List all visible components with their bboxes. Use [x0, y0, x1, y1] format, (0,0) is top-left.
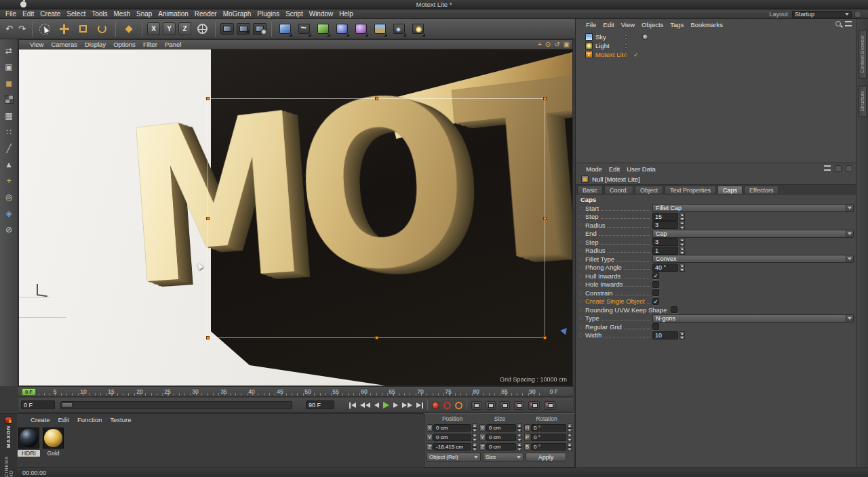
- record-position-toggle[interactable]: [471, 401, 481, 410]
- add-spline-button[interactable]: [296, 21, 312, 37]
- record-scale-toggle[interactable]: [486, 401, 496, 410]
- vp-menu-options[interactable]: Options: [113, 41, 136, 48]
- timeline-range-slider[interactable]: [60, 401, 292, 409]
- om-menu-file[interactable]: File: [586, 21, 596, 28]
- snap-icon[interactable]: ◈: [3, 207, 15, 219]
- points-mode-icon[interactable]: ∷: [3, 126, 15, 138]
- previous-key-button[interactable]: [360, 400, 370, 410]
- coordinate-mode-dropdown[interactable]: Object (Rel): [427, 453, 481, 461]
- rotation-h-field[interactable]: 0 °: [531, 424, 566, 432]
- constrain-checkbox[interactable]: [652, 289, 659, 296]
- size-y-field[interactable]: 0 cm: [486, 434, 516, 441]
- am-menu-edit[interactable]: Edit: [609, 165, 620, 173]
- lock-y-axis-button[interactable]: Y: [163, 22, 176, 35]
- spinner[interactable]: [567, 423, 572, 432]
- anim-dot[interactable]: [579, 207, 583, 210]
- tab-object[interactable]: Object: [635, 186, 663, 194]
- end-dropdown[interactable]: Cap: [652, 230, 854, 238]
- interface-icon[interactable]: [854, 11, 861, 18]
- spinner[interactable]: [679, 331, 685, 339]
- record-parameter-toggle[interactable]: [514, 401, 524, 410]
- size-mode-dropdown[interactable]: Size: [483, 453, 524, 461]
- menu-snap[interactable]: Snap: [136, 10, 152, 18]
- convert-icon[interactable]: ⇄: [3, 45, 15, 56]
- anim-dot[interactable]: [579, 299, 583, 303]
- zoom-view-icon[interactable]: ⊙: [545, 41, 551, 48]
- object-row-light[interactable]: Light: [576, 41, 856, 50]
- vp-menu-view[interactable]: View: [30, 41, 43, 48]
- menu-tools[interactable]: Tools: [92, 10, 107, 18]
- am-menu-mode[interactable]: Mode: [586, 165, 602, 173]
- tab-structure[interactable]: Structure: [858, 85, 867, 117]
- menu-help[interactable]: Help: [339, 10, 353, 18]
- menu-render[interactable]: Render: [195, 10, 217, 18]
- hull-inwards-checkbox[interactable]: ✓: [652, 272, 659, 279]
- position-y-field[interactable]: 0 cm: [433, 434, 471, 441]
- menu-plugins[interactable]: Plugins: [257, 10, 279, 18]
- end-step-field[interactable]: 3: [652, 238, 678, 246]
- regular-grid-checkbox[interactable]: [652, 323, 659, 330]
- phong-angle-field[interactable]: 40 °: [652, 264, 678, 272]
- end-frame-field[interactable]: 90 F: [306, 400, 334, 409]
- history-icon[interactable]: [824, 165, 831, 171]
- width-field[interactable]: 10: [652, 331, 678, 339]
- next-frame-button[interactable]: [393, 400, 398, 410]
- anim-dot[interactable]: [579, 215, 583, 218]
- anim-dot[interactable]: [579, 308, 583, 312]
- selection-handle[interactable]: [375, 97, 378, 100]
- move-tool[interactable]: [56, 21, 73, 37]
- hole-inwards-checkbox[interactable]: [652, 281, 659, 288]
- rotation-b-field[interactable]: 0 °: [531, 443, 566, 451]
- menu-mograph[interactable]: MoGraph: [223, 10, 252, 18]
- anim-dot[interactable]: [579, 266, 583, 269]
- anim-dot[interactable]: [579, 249, 583, 252]
- lock-workplane-icon[interactable]: ⊘: [3, 224, 15, 235]
- selection-handle[interactable]: [543, 217, 547, 220]
- visibility-toggles[interactable]: [625, 51, 627, 58]
- anim-dot[interactable]: [579, 333, 583, 337]
- position-x-field[interactable]: 0 cm: [433, 424, 471, 432]
- selection-handle[interactable]: [206, 336, 210, 339]
- tab-coord[interactable]: Coord.: [604, 186, 633, 194]
- menu-animation[interactable]: Animation: [158, 10, 188, 18]
- add-deformer-button[interactable]: [353, 21, 369, 37]
- texture-tag-icon[interactable]: [642, 34, 648, 40]
- playhead-marker[interactable]: 0 F: [22, 388, 36, 396]
- selection-handle[interactable]: [375, 336, 378, 339]
- start-dropdown[interactable]: Fillet Cap: [652, 204, 854, 212]
- spinner[interactable]: [472, 433, 477, 441]
- rotation-p-field[interactable]: 0 °: [531, 434, 566, 441]
- lock-icon[interactable]: [846, 165, 852, 172]
- keyframe-mode-button[interactable]: [544, 401, 555, 410]
- record-rotation-toggle[interactable]: [500, 401, 510, 410]
- mat-menu-edit[interactable]: Edit: [58, 416, 69, 423]
- viewport-solo-icon[interactable]: ◎: [3, 191, 15, 203]
- polygons-mode-icon[interactable]: ▲: [3, 159, 15, 170]
- next-key-button[interactable]: [402, 400, 412, 410]
- spinner[interactable]: [679, 238, 685, 246]
- render-view-button[interactable]: [220, 23, 234, 35]
- lock-x-axis-button[interactable]: X: [147, 22, 160, 35]
- pan-view-icon[interactable]: +: [538, 41, 542, 48]
- add-environment-button[interactable]: [372, 21, 388, 37]
- fillet-radius-field[interactable]: 3: [652, 221, 678, 229]
- tab-content-browser[interactable]: Content Browser: [858, 30, 867, 79]
- menu-file[interactable]: File: [5, 10, 16, 18]
- om-menu-tags[interactable]: Tags: [670, 21, 684, 28]
- visibility-toggles[interactable]: [625, 34, 627, 40]
- point-level-animation-toggle[interactable]: [528, 401, 540, 410]
- anim-dot[interactable]: [579, 274, 583, 278]
- end-radius-field[interactable]: 1: [652, 247, 678, 255]
- anim-dot[interactable]: [579, 325, 583, 329]
- material-name[interactable]: HDRI: [18, 450, 40, 457]
- enable-axis-icon[interactable]: +: [3, 175, 15, 186]
- tab-caps[interactable]: Caps: [717, 186, 743, 194]
- tab-effectors[interactable]: Effectors: [744, 186, 778, 194]
- add-subdivision-surface-button[interactable]: [334, 21, 350, 37]
- selection-handle[interactable]: [543, 336, 547, 339]
- keyframe-selection-record-button[interactable]: [455, 402, 462, 409]
- fillet-type-dropdown[interactable]: Convex: [652, 255, 854, 263]
- spinner[interactable]: [517, 423, 522, 432]
- spinner[interactable]: [517, 442, 522, 451]
- 3d-scene[interactable]: MOT MOT Grid Spacing : 10000 cm: [19, 49, 572, 386]
